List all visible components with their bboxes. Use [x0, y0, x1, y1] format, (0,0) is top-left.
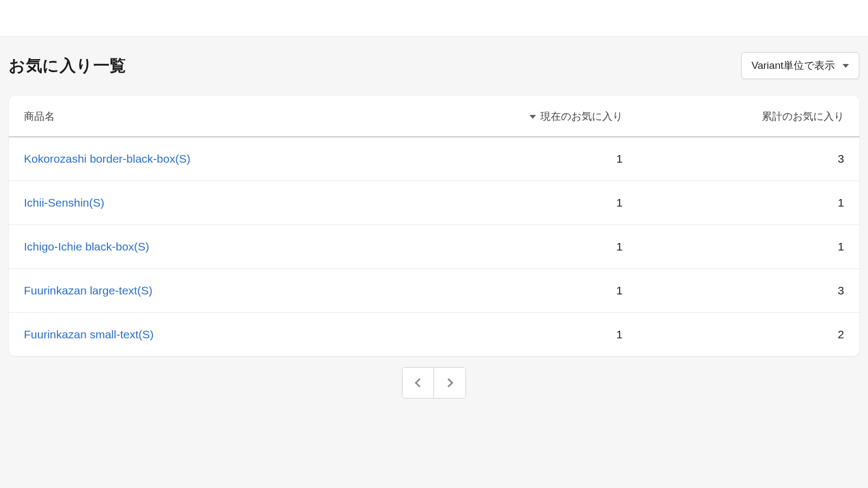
cell-total-favorites: 1: [638, 181, 859, 225]
cell-current-favorites: 1: [395, 137, 637, 181]
column-header-current-label: 現在のお気に入り: [540, 111, 623, 122]
column-header-total[interactable]: 累計のお気に入り: [638, 95, 859, 137]
product-link[interactable]: Ichii-Senshin(S): [24, 196, 104, 209]
display-mode-select[interactable]: Variant単位で表示: [741, 52, 859, 79]
display-mode-label: Variant単位で表示: [751, 59, 835, 73]
page-title: お気に入り一覧: [9, 55, 126, 77]
chevron-left-icon: [414, 378, 424, 388]
cell-total-favorites: 3: [638, 269, 859, 313]
column-header-total-label: 累計のお気に入り: [762, 111, 844, 122]
product-link[interactable]: Kokorozashi border-black-box(S): [24, 152, 190, 165]
prev-page-button[interactable]: [403, 368, 434, 398]
table-row: Fuurinkazan small-text(S)12: [9, 313, 859, 357]
favorites-table-card: 商品名 現在のお気に入り 累計のお気に入り Kokorozashi border…: [9, 95, 859, 356]
favorites-table: 商品名 現在のお気に入り 累計のお気に入り Kokorozashi border…: [9, 95, 859, 356]
cell-current-favorites: 1: [395, 225, 637, 269]
cell-product-name: Ichigo-Ichie black-box(S): [9, 225, 395, 269]
product-link[interactable]: Fuurinkazan small-text(S): [24, 328, 154, 341]
cell-product-name: Fuurinkazan small-text(S): [9, 313, 395, 357]
product-link[interactable]: Fuurinkazan large-text(S): [24, 284, 152, 297]
caret-down-icon: [843, 64, 849, 68]
cell-product-name: Kokorozashi border-black-box(S): [9, 137, 395, 181]
column-header-name-label: 商品名: [24, 111, 55, 122]
cell-total-favorites: 3: [638, 137, 859, 181]
cell-current-favorites: 1: [395, 269, 637, 313]
column-header-current[interactable]: 現在のお気に入り: [395, 95, 637, 137]
cell-current-favorites: 1: [395, 181, 637, 225]
table-row: Ichigo-Ichie black-box(S)11: [9, 225, 859, 269]
table-row: Fuurinkazan large-text(S)13: [9, 269, 859, 313]
pagination: [9, 367, 859, 399]
product-link[interactable]: Ichigo-Ichie black-box(S): [24, 240, 149, 253]
cell-total-favorites: 2: [638, 313, 859, 357]
table-row: Kokorozashi border-black-box(S)13: [9, 137, 859, 181]
cell-total-favorites: 1: [638, 225, 859, 269]
cell-product-name: Ichii-Senshin(S): [9, 181, 395, 225]
column-header-name[interactable]: 商品名: [9, 95, 395, 137]
chevron-right-icon: [444, 378, 454, 388]
cell-product-name: Fuurinkazan large-text(S): [9, 269, 395, 313]
cell-current-favorites: 1: [395, 313, 637, 357]
header-row: お気に入り一覧 Variant単位で表示: [9, 52, 859, 79]
content-area: お気に入り一覧 Variant単位で表示 商品名 現在のお気に入り 累計のお気に…: [0, 37, 868, 488]
top-bar: [0, 0, 868, 37]
table-row: Ichii-Senshin(S)11: [9, 181, 859, 225]
sort-desc-icon: [529, 115, 536, 119]
next-page-button[interactable]: [434, 368, 465, 398]
pager: [402, 367, 466, 399]
